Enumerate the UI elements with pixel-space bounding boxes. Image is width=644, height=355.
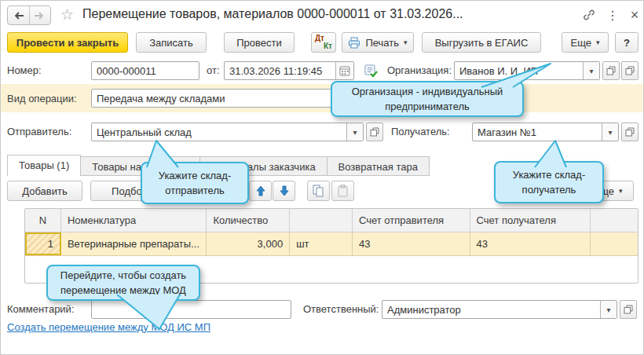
- favorite-star-icon[interactable]: ☆: [60, 5, 74, 24]
- sender-combo[interactable]: Центральный склад ▾: [91, 123, 364, 141]
- upload-egais-label: Выгрузить в ЕГАИС: [435, 37, 529, 49]
- operation-kind-value: Передача между складами: [92, 93, 341, 104]
- organization-open-button-2[interactable]: [621, 61, 639, 80]
- add-row-button[interactable]: Добавить: [7, 181, 82, 201]
- help-label: ?: [624, 37, 630, 49]
- open-form-icon: [370, 127, 379, 137]
- receiver-label: Получатель:: [391, 126, 450, 137]
- cell-row-number[interactable]: 1: [25, 232, 61, 255]
- nav-history-group: [7, 5, 51, 25]
- related-documents-button[interactable]: [364, 64, 378, 81]
- tooltip-receiver-line2: получатель: [496, 182, 602, 197]
- items-more-dropdown-icon: ▾: [619, 187, 623, 195]
- get-link-icon[interactable]: [580, 6, 598, 24]
- more-button[interactable]: Еще ▾: [562, 32, 609, 53]
- kt-label: Кт: [315, 42, 332, 50]
- col-nomenclature[interactable]: Номенклатура: [61, 209, 207, 232]
- print-button[interactable]: Печать ▾: [342, 32, 414, 53]
- tooltip-sender-tail: [144, 139, 191, 169]
- print-dropdown-icon: ▾: [404, 38, 408, 46]
- date-input[interactable]: 31.03.2026 11:19:45: [224, 61, 354, 80]
- col-account-receiver[interactable]: Счет получателя: [470, 209, 591, 232]
- tab-returnable-packaging[interactable]: Возвратная тара: [327, 156, 430, 176]
- paste-icon: [338, 185, 348, 197]
- tooltip-organization-tail: [478, 59, 557, 90]
- organization-open-button[interactable]: [602, 61, 620, 80]
- calendar-button[interactable]: [335, 62, 353, 79]
- open-form-icon: [624, 305, 633, 314]
- sender-label: Отправитель:: [7, 126, 71, 137]
- cell-account-sender[interactable]: 43: [353, 232, 470, 255]
- col-quantity[interactable]: Количество: [207, 209, 290, 232]
- organization-label: Организация:: [387, 64, 452, 76]
- post-label: Провести: [236, 37, 282, 49]
- date-value: 31.03.2026 11:19:45: [225, 65, 335, 77]
- copy-button[interactable]: [307, 181, 330, 201]
- sender-value: Центральный склад: [92, 126, 346, 138]
- tooltip-organization-line2: предприниматель: [332, 99, 522, 114]
- cell-quantity[interactable]: 3,000: [207, 232, 290, 255]
- printer-icon: [348, 37, 360, 49]
- write-button[interactable]: Записать: [136, 32, 207, 53]
- tooltip-receiver-line1: Укажите склад-: [496, 167, 602, 182]
- cell-account-receiver[interactable]: 43: [470, 232, 591, 255]
- date-label: от:: [207, 64, 220, 76]
- arrow-down-icon: [280, 185, 289, 196]
- dtkt-button[interactable]: Дт Кт: [311, 32, 336, 53]
- close-icon[interactable]: ×: [626, 6, 643, 24]
- post-and-close-button[interactable]: Провести и закрыть: [7, 32, 128, 53]
- window-title: Перемещение товаров, материалов 0000-000…: [82, 7, 580, 21]
- back-button[interactable]: [8, 6, 30, 24]
- col-n[interactable]: N: [25, 209, 61, 232]
- add-row-label: Добавить: [22, 185, 67, 197]
- print-label: Печать: [365, 37, 399, 49]
- document-window: ☆ Перемещение товаров, материалов 0000-0…: [0, 0, 644, 355]
- col-account-sender[interactable]: Счет отправителя: [353, 209, 470, 232]
- responsible-dropdown-icon[interactable]: ▾: [600, 301, 617, 318]
- window-menu-icon[interactable]: ⋮: [604, 6, 621, 24]
- sender-dropdown-icon[interactable]: ▾: [346, 123, 363, 141]
- tooltip-sender-line2: отправитель: [142, 183, 247, 198]
- post-and-close-label: Провести и закрыть: [16, 37, 119, 49]
- comment-label: Комментарий:: [7, 303, 75, 315]
- receiver-dropdown-icon[interactable]: ▾: [602, 123, 618, 141]
- arrow-up-icon: [256, 185, 265, 196]
- table-row[interactable]: 1 Ветеринарные препараты... 3,000 шт 43 …: [25, 232, 638, 256]
- tooltip-mod-link-tail: [111, 295, 189, 331]
- upload-egais-button[interactable]: Выгрузить в ЕГАИС: [422, 32, 541, 53]
- sender-open-button[interactable]: [366, 123, 383, 141]
- open-form-icon: [606, 66, 616, 75]
- related-documents-icon: [364, 64, 378, 78]
- chain-link-icon: [583, 9, 595, 21]
- cell-extra: [591, 232, 638, 255]
- number-input[interactable]: 0000-000011: [91, 61, 199, 80]
- back-arrow-icon: [13, 11, 24, 20]
- post-button[interactable]: Провести: [224, 32, 295, 53]
- calendar-icon: [339, 65, 350, 76]
- help-button[interactable]: ?: [615, 32, 639, 53]
- cell-nomenclature[interactable]: Ветеринарные препараты...: [61, 232, 207, 255]
- more-label: Еще: [571, 37, 591, 49]
- tooltip-receiver-tail: [522, 139, 573, 169]
- move-up-button[interactable]: [249, 181, 272, 201]
- responsible-combo[interactable]: Администратор ▾: [382, 300, 617, 319]
- col-unit[interactable]: [290, 209, 353, 232]
- open-form-icon: [625, 66, 635, 75]
- operation-kind-label: Вид операции:: [7, 93, 77, 104]
- receiver-open-button[interactable]: [621, 123, 639, 141]
- paste-button[interactable]: [331, 181, 354, 201]
- forward-button[interactable]: [30, 6, 51, 24]
- cell-unit[interactable]: шт: [290, 232, 353, 255]
- move-down-button[interactable]: [273, 181, 295, 201]
- table-header-row: N Номенклатура Количество Счет отправите…: [25, 209, 638, 232]
- dtkt-icon: Дт Кт: [312, 35, 335, 50]
- responsible-open-button[interactable]: [620, 300, 637, 319]
- operation-kind-combo[interactable]: Передача между складами ▾: [91, 89, 358, 108]
- tab-goods[interactable]: Товары (1): [7, 155, 81, 176]
- number-value: 0000-000011: [92, 65, 199, 77]
- forward-arrow-icon: [34, 11, 46, 20]
- number-label: Номер:: [7, 64, 42, 76]
- write-label: Записать: [149, 37, 193, 49]
- copy-icon: [313, 185, 324, 197]
- organization-dropdown-icon[interactable]: ▾: [583, 62, 599, 79]
